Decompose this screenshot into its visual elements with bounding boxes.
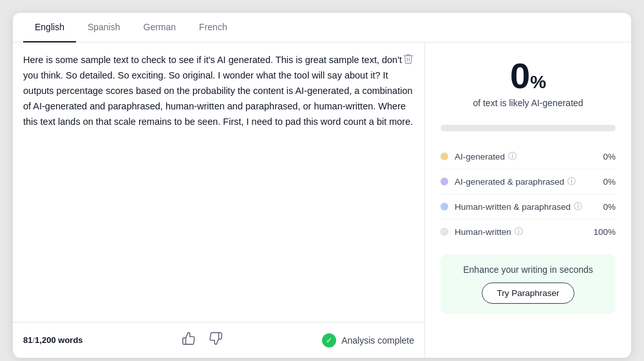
label-ai-para: AI-generated & paraphrased ⓘ bbox=[455, 176, 603, 187]
breakdown-human-para: Human-written & paraphrased ⓘ 0% bbox=[440, 194, 616, 219]
score-percent-symbol: % bbox=[530, 72, 546, 92]
textarea-container bbox=[13, 42, 424, 322]
thumbs-up-button[interactable] bbox=[179, 330, 198, 350]
status-text: Analysis complete bbox=[341, 335, 414, 346]
bottom-bar: 81/1,200 words bbox=[13, 322, 424, 358]
main-card: English Spanish German French bbox=[13, 13, 631, 358]
tab-spanish[interactable]: Spanish bbox=[76, 13, 132, 42]
dot-human bbox=[440, 228, 448, 236]
label-human: Human-written ⓘ bbox=[455, 226, 593, 237]
feedback-buttons bbox=[179, 330, 225, 350]
score-number: 0 bbox=[510, 55, 530, 96]
word-count-label: words bbox=[58, 335, 82, 345]
breakdown-human: Human-written ⓘ 100% bbox=[440, 219, 616, 244]
enhance-box: Enhance your writing in seconds Try Para… bbox=[440, 254, 616, 314]
tab-english[interactable]: English bbox=[23, 13, 76, 42]
try-paraphraser-button[interactable]: Try Paraphraser bbox=[482, 282, 574, 304]
breakdown-ai-para: AI-generated & paraphrased ⓘ 0% bbox=[440, 169, 616, 194]
info-icon-ai[interactable]: ⓘ bbox=[508, 151, 516, 162]
dot-ai-para bbox=[440, 178, 448, 185]
word-count-current: 81 bbox=[23, 335, 32, 345]
dot-human-para bbox=[440, 203, 448, 210]
progress-bar bbox=[440, 125, 616, 131]
text-input[interactable] bbox=[23, 53, 414, 311]
tab-german[interactable]: German bbox=[132, 13, 188, 42]
thumbs-down-button[interactable] bbox=[206, 330, 225, 350]
breakdown-ai-generated: AI-generated ⓘ 0% bbox=[440, 144, 616, 169]
status-check-icon: ✓ bbox=[322, 333, 336, 347]
label-ai-generated: AI-generated ⓘ bbox=[455, 151, 603, 162]
dot-ai-generated bbox=[440, 153, 448, 160]
left-pane: 81/1,200 words bbox=[13, 42, 425, 358]
tab-bar: English Spanish German French bbox=[13, 13, 631, 42]
pct-human: 100% bbox=[593, 227, 616, 237]
enhance-title: Enhance your writing in seconds bbox=[453, 264, 603, 275]
tab-french[interactable]: French bbox=[187, 13, 239, 42]
score-display: 0% bbox=[440, 58, 616, 94]
score-label: of text is likely AI-generated bbox=[440, 98, 616, 108]
word-count-max: 1,200 bbox=[35, 335, 56, 345]
word-count: 81/1,200 words bbox=[23, 335, 83, 345]
pct-ai-generated: 0% bbox=[603, 152, 616, 162]
delete-button[interactable] bbox=[400, 50, 417, 69]
label-human-para: Human-written & paraphrased ⓘ bbox=[455, 201, 603, 212]
info-icon-human-para[interactable]: ⓘ bbox=[574, 201, 582, 212]
info-icon-ai-para[interactable]: ⓘ bbox=[567, 176, 576, 187]
score-section: 0% of text is likely AI-generated bbox=[440, 58, 616, 108]
pct-ai-para: 0% bbox=[603, 177, 616, 187]
right-pane: 0% of text is likely AI-generated AI-gen… bbox=[425, 42, 631, 358]
pct-human-para: 0% bbox=[603, 202, 616, 212]
analysis-status: ✓ Analysis complete bbox=[322, 333, 414, 347]
main-content: 81/1,200 words bbox=[13, 42, 631, 358]
info-icon-human[interactable]: ⓘ bbox=[515, 226, 523, 237]
breakdown-list: AI-generated ⓘ 0% AI-generated & paraphr… bbox=[440, 144, 616, 244]
